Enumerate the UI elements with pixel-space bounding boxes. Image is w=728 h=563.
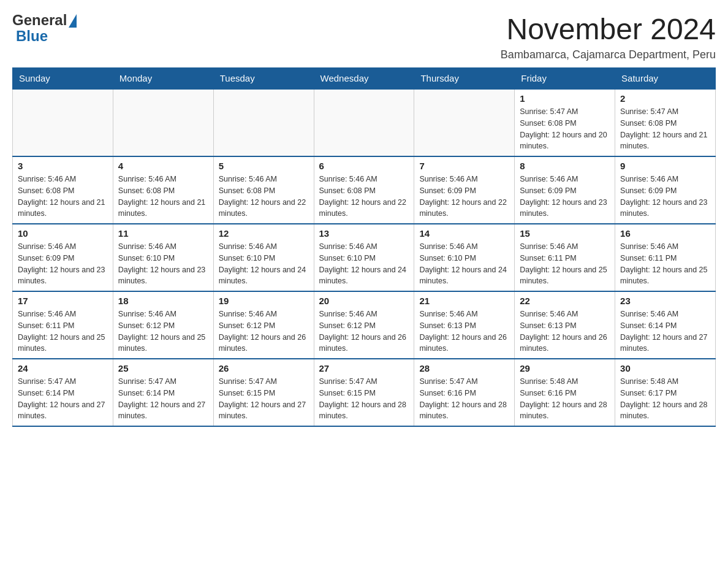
page-subtitle: Bambamarca, Cajamarca Department, Peru (501, 48, 716, 61)
calendar-cell: 3Sunrise: 5:46 AMSunset: 6:08 PMDaylight… (13, 156, 113, 224)
calendar-cell (13, 89, 113, 156)
calendar-cell: 11Sunrise: 5:46 AMSunset: 6:10 PMDayligh… (113, 224, 213, 291)
calendar-cell: 10Sunrise: 5:46 AMSunset: 6:09 PMDayligh… (13, 224, 113, 291)
calendar-cell: 28Sunrise: 5:47 AMSunset: 6:16 PMDayligh… (414, 359, 515, 426)
calendar-cell (314, 89, 414, 156)
day-number: 4 (118, 161, 208, 171)
day-info: Sunrise: 5:46 AMSunset: 6:08 PMDaylight:… (118, 174, 208, 220)
day-number: 21 (419, 296, 509, 306)
calendar-cell: 23Sunrise: 5:46 AMSunset: 6:14 PMDayligh… (615, 291, 716, 359)
calendar-cell: 17Sunrise: 5:46 AMSunset: 6:11 PMDayligh… (13, 291, 113, 359)
day-number: 12 (219, 228, 309, 239)
day-number: 15 (520, 228, 610, 239)
calendar-header-row: SundayMondayTuesdayWednesdayThursdayFrid… (13, 68, 716, 90)
calendar-cell: 4Sunrise: 5:46 AMSunset: 6:08 PMDaylight… (113, 156, 213, 224)
calendar-header-saturday: Saturday (615, 68, 716, 90)
logo-triangle-icon (69, 14, 77, 28)
calendar-cell: 16Sunrise: 5:46 AMSunset: 6:11 PMDayligh… (615, 224, 716, 291)
day-info: Sunrise: 5:46 AMSunset: 6:12 PMDaylight:… (219, 308, 309, 354)
day-number: 2 (620, 93, 710, 104)
calendar-cell: 26Sunrise: 5:47 AMSunset: 6:15 PMDayligh… (213, 359, 314, 426)
calendar-cell: 19Sunrise: 5:46 AMSunset: 6:12 PMDayligh… (213, 291, 314, 359)
calendar-cell: 27Sunrise: 5:47 AMSunset: 6:15 PMDayligh… (314, 359, 414, 426)
day-number: 17 (18, 296, 108, 306)
page-title: November 2024 (501, 12, 716, 46)
day-number: 28 (419, 363, 509, 373)
calendar-cell: 8Sunrise: 5:46 AMSunset: 6:09 PMDaylight… (515, 156, 615, 224)
logo: General Blue (12, 12, 77, 45)
day-number: 29 (520, 363, 610, 373)
calendar-cell: 25Sunrise: 5:47 AMSunset: 6:14 PMDayligh… (113, 359, 213, 426)
day-number: 19 (219, 296, 309, 306)
day-info: Sunrise: 5:47 AMSunset: 6:15 PMDaylight:… (219, 376, 309, 422)
day-info: Sunrise: 5:46 AMSunset: 6:13 PMDaylight:… (419, 308, 509, 354)
calendar-header-thursday: Thursday (414, 68, 515, 90)
day-number: 1 (520, 93, 610, 104)
title-area: November 2024 Bambamarca, Cajamarca Depa… (501, 12, 716, 61)
calendar-cell (213, 89, 314, 156)
calendar-cell: 7Sunrise: 5:46 AMSunset: 6:09 PMDaylight… (414, 156, 515, 224)
day-info: Sunrise: 5:46 AMSunset: 6:10 PMDaylight:… (219, 241, 309, 287)
day-info: Sunrise: 5:48 AMSunset: 6:17 PMDaylight:… (620, 376, 710, 422)
day-info: Sunrise: 5:46 AMSunset: 6:08 PMDaylight:… (18, 174, 108, 220)
calendar-header-friday: Friday (515, 68, 615, 90)
calendar-cell (414, 89, 515, 156)
calendar-cell: 12Sunrise: 5:46 AMSunset: 6:10 PMDayligh… (213, 224, 314, 291)
day-number: 27 (319, 363, 409, 373)
calendar-cell: 20Sunrise: 5:46 AMSunset: 6:12 PMDayligh… (314, 291, 414, 359)
day-info: Sunrise: 5:46 AMSunset: 6:09 PMDaylight:… (520, 174, 610, 220)
calendar-cell: 29Sunrise: 5:48 AMSunset: 6:16 PMDayligh… (515, 359, 615, 426)
calendar-cell: 30Sunrise: 5:48 AMSunset: 6:17 PMDayligh… (615, 359, 716, 426)
day-info: Sunrise: 5:46 AMSunset: 6:10 PMDaylight:… (319, 241, 409, 287)
calendar-header-monday: Monday (113, 68, 213, 90)
day-info: Sunrise: 5:47 AMSunset: 6:08 PMDaylight:… (520, 106, 610, 152)
calendar-cell: 1Sunrise: 5:47 AMSunset: 6:08 PMDaylight… (515, 89, 615, 156)
day-info: Sunrise: 5:46 AMSunset: 6:11 PMDaylight:… (620, 241, 710, 287)
day-info: Sunrise: 5:46 AMSunset: 6:14 PMDaylight:… (620, 308, 710, 354)
day-number: 20 (319, 296, 409, 306)
calendar-cell: 22Sunrise: 5:46 AMSunset: 6:13 PMDayligh… (515, 291, 615, 359)
day-number: 10 (18, 228, 108, 239)
day-number: 22 (520, 296, 610, 306)
day-info: Sunrise: 5:47 AMSunset: 6:15 PMDaylight:… (319, 376, 409, 422)
calendar-cell: 5Sunrise: 5:46 AMSunset: 6:08 PMDaylight… (213, 156, 314, 224)
day-info: Sunrise: 5:46 AMSunset: 6:09 PMDaylight:… (18, 241, 108, 287)
day-info: Sunrise: 5:46 AMSunset: 6:10 PMDaylight:… (118, 241, 208, 287)
day-info: Sunrise: 5:47 AMSunset: 6:16 PMDaylight:… (419, 376, 509, 422)
calendar-cell: 15Sunrise: 5:46 AMSunset: 6:11 PMDayligh… (515, 224, 615, 291)
calendar-week-row: 3Sunrise: 5:46 AMSunset: 6:08 PMDaylight… (13, 156, 716, 224)
page-header: General Blue November 2024 Bambamarca, C… (12, 12, 716, 61)
day-info: Sunrise: 5:48 AMSunset: 6:16 PMDaylight:… (520, 376, 610, 422)
day-info: Sunrise: 5:46 AMSunset: 6:08 PMDaylight:… (219, 174, 309, 220)
day-number: 25 (118, 363, 208, 373)
day-info: Sunrise: 5:47 AMSunset: 6:14 PMDaylight:… (18, 376, 108, 422)
day-number: 16 (620, 228, 710, 239)
day-number: 7 (419, 161, 509, 171)
calendar-header-tuesday: Tuesday (213, 68, 314, 90)
calendar-week-row: 17Sunrise: 5:46 AMSunset: 6:11 PMDayligh… (13, 291, 716, 359)
logo-blue: Blue (16, 28, 48, 44)
calendar-header-sunday: Sunday (13, 68, 113, 90)
day-number: 18 (118, 296, 208, 306)
day-info: Sunrise: 5:46 AMSunset: 6:12 PMDaylight:… (118, 308, 208, 354)
day-number: 23 (620, 296, 710, 306)
logo-general: General (12, 12, 67, 28)
day-number: 26 (219, 363, 309, 373)
calendar-cell: 14Sunrise: 5:46 AMSunset: 6:10 PMDayligh… (414, 224, 515, 291)
calendar-cell: 2Sunrise: 5:47 AMSunset: 6:08 PMDaylight… (615, 89, 716, 156)
calendar-header-wednesday: Wednesday (314, 68, 414, 90)
day-number: 24 (18, 363, 108, 373)
day-info: Sunrise: 5:46 AMSunset: 6:11 PMDaylight:… (18, 308, 108, 354)
day-info: Sunrise: 5:46 AMSunset: 6:09 PMDaylight:… (419, 174, 509, 220)
day-number: 30 (620, 363, 710, 373)
day-info: Sunrise: 5:46 AMSunset: 6:10 PMDaylight:… (419, 241, 509, 287)
day-info: Sunrise: 5:46 AMSunset: 6:13 PMDaylight:… (520, 308, 610, 354)
day-number: 3 (18, 161, 108, 171)
calendar-cell: 6Sunrise: 5:46 AMSunset: 6:08 PMDaylight… (314, 156, 414, 224)
day-info: Sunrise: 5:46 AMSunset: 6:08 PMDaylight:… (319, 174, 409, 220)
day-info: Sunrise: 5:46 AMSunset: 6:12 PMDaylight:… (319, 308, 409, 354)
calendar-week-row: 1Sunrise: 5:47 AMSunset: 6:08 PMDaylight… (13, 89, 716, 156)
calendar-cell: 24Sunrise: 5:47 AMSunset: 6:14 PMDayligh… (13, 359, 113, 426)
day-info: Sunrise: 5:46 AMSunset: 6:11 PMDaylight:… (520, 241, 610, 287)
day-number: 6 (319, 161, 409, 171)
